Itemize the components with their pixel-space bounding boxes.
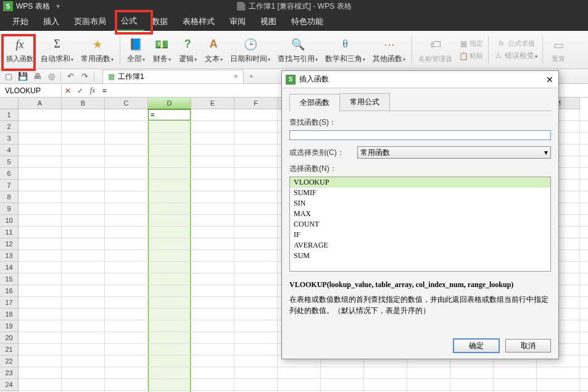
formula-eval-button[interactable]: fx 公式求值 (491, 38, 540, 49)
logic-fn-label: 逻辑 (179, 54, 194, 63)
dialog-title-bar[interactable]: S 插入函数 ✕ (282, 71, 558, 88)
active-cell[interactable]: = (147, 109, 191, 121)
col-header[interactable]: B (62, 98, 105, 109)
qa-undo[interactable]: ↶ (64, 70, 77, 83)
row-header[interactable]: 22 (0, 356, 18, 367)
menu-review[interactable]: 审阅 (222, 12, 253, 31)
tab-common-formulas[interactable]: 常用公式 (339, 93, 390, 111)
star-icon: ★ (88, 36, 107, 53)
finance-fn-button[interactable]: 💵 财务▾ (149, 32, 175, 68)
search-function-input[interactable] (289, 130, 551, 140)
separator (94, 72, 94, 81)
menu-page-layout[interactable]: 页面布局 (67, 12, 114, 31)
close-tab-icon[interactable]: × (234, 72, 238, 81)
row-header[interactable]: 14 (0, 262, 18, 273)
row-header[interactable]: 11 (0, 227, 18, 238)
row-header[interactable]: 10 (0, 215, 18, 227)
menu-insert[interactable]: 插入 (36, 12, 67, 31)
autosum-button[interactable]: Σ 自动求和▾ (37, 32, 77, 68)
row-header[interactable]: 9 (0, 203, 18, 215)
col-header[interactable]: C (105, 98, 148, 109)
ok-button[interactable]: 确定 (453, 339, 499, 352)
col-header[interactable]: F (234, 98, 278, 109)
col-header[interactable]: A (19, 98, 62, 109)
row-header[interactable]: 15 (0, 273, 18, 285)
cancel-formula-button[interactable]: ✕ (62, 85, 74, 97)
dialog-close-button[interactable]: ✕ (541, 71, 558, 88)
sheet-icon: ▦ (108, 72, 115, 81)
other-fn-button[interactable]: ⋯ 其他函数▾ (369, 32, 409, 68)
menu-table-style[interactable]: 表格样式 (175, 12, 222, 31)
tab-all-functions[interactable]: 全部函数 (289, 94, 340, 111)
col-header-selected[interactable]: D (148, 98, 191, 109)
menu-formula[interactable]: 公式 (114, 12, 144, 31)
row-header[interactable]: 4 (0, 144, 18, 156)
fn-item-sin[interactable]: SIN (290, 198, 550, 209)
insert-function-label: 插入函数 (6, 54, 33, 64)
fx-button[interactable]: fx (86, 85, 99, 97)
logic-fn-button[interactable]: ? 逻辑▾ (175, 32, 201, 68)
row-header[interactable]: 2 (0, 121, 18, 133)
recalc-button[interactable]: ▭ 重算 (545, 32, 571, 68)
workbook-tab[interactable]: ▦ 工作簿1 × (102, 70, 244, 83)
row-header[interactable]: 3 (0, 133, 18, 144)
row-header[interactable]: 21 (0, 344, 18, 356)
fn-item-sumif[interactable]: SUMIF (290, 188, 550, 198)
fn-item-sum[interactable]: SUM (290, 251, 550, 261)
row-header[interactable]: 19 (0, 320, 18, 332)
accept-formula-button[interactable]: ✓ (74, 85, 86, 97)
row-header[interactable]: 13 (0, 250, 18, 262)
text-fn-button[interactable]: A 文本▾ (201, 32, 226, 68)
theta-icon: θ (336, 36, 355, 53)
row-header[interactable]: 24 (0, 379, 18, 391)
qa-redo[interactable]: ↷ (78, 70, 91, 83)
qa-preview[interactable]: ◎ (45, 70, 57, 83)
all-fn-button[interactable]: 📘 全部▾ (123, 32, 149, 68)
qa-new[interactable]: ▢ (2, 70, 15, 83)
fn-item-vlookup[interactable]: VLOOKUP (290, 177, 550, 188)
app-dropdown-icon[interactable]: ▾ (54, 2, 62, 10)
menu-data[interactable]: 数据 (144, 12, 175, 31)
insert-function-button[interactable]: fx 插入函数 (2, 32, 37, 68)
app-logo-icon: S (3, 1, 13, 11)
menu-view[interactable]: 视图 (253, 12, 284, 31)
function-list[interactable]: VLOOKUP SUMIF SIN MAX COUNT IF AVERAGE S… (289, 177, 551, 272)
row-header[interactable]: 8 (0, 191, 18, 203)
col-header[interactable]: E (191, 98, 234, 109)
row-header[interactable]: 12 (0, 238, 18, 250)
lookup-fn-button[interactable]: 🔍 查找与引用▾ (274, 32, 321, 68)
name-manager-button[interactable]: 🏷 名称管理器 (415, 32, 456, 68)
money-icon: 💵 (152, 36, 171, 53)
error-check-button[interactable]: ⚠ 错误检查▾ (491, 50, 540, 62)
row-header[interactable]: 6 (0, 168, 18, 180)
select-all-corner[interactable] (0, 98, 19, 109)
name-box[interactable]: VLOOKUP (0, 85, 62, 97)
fn-item-count[interactable]: COUNT (290, 219, 550, 230)
row-header[interactable]: 7 (0, 180, 18, 191)
menu-start[interactable]: 开始 (5, 12, 36, 31)
common-fn-button[interactable]: ★ 常用函数▾ (77, 32, 117, 68)
menu-special[interactable]: 特色功能 (284, 12, 331, 31)
book-icon: 📘 (126, 36, 145, 53)
qa-save[interactable]: 💾 (17, 70, 29, 83)
fn-item-average[interactable]: AVERAGE (290, 240, 550, 251)
row-header[interactable]: 5 (0, 156, 18, 168)
fn-item-max[interactable]: MAX (290, 209, 550, 219)
lookup-fn-label: 查找与引用 (278, 54, 315, 63)
row-header[interactable]: 23 (0, 367, 18, 379)
datetime-fn-button[interactable]: 🕒 日期和时间▾ (226, 32, 274, 68)
qa-print[interactable]: 🖶 (31, 70, 43, 83)
cancel-button[interactable]: 取消 (505, 339, 551, 352)
row-header[interactable]: 17 (0, 297, 18, 309)
new-tab-button[interactable]: + (249, 72, 254, 81)
row-header[interactable]: 20 (0, 332, 18, 344)
math-fn-button[interactable]: θ 数学和三角▾ (321, 32, 369, 68)
all-fn-label: 全部 (127, 54, 142, 63)
fn-item-if[interactable]: IF (290, 230, 550, 240)
category-select[interactable]: 常用函数 ▾ (357, 146, 551, 159)
row-header[interactable]: 16 (0, 285, 18, 297)
paste-button[interactable]: 📋 粘贴 (456, 51, 486, 62)
row-header[interactable]: 18 (0, 309, 18, 320)
row-header[interactable]: 1 (0, 109, 18, 121)
assign-button[interactable]: ▦ 指定 (456, 38, 486, 49)
